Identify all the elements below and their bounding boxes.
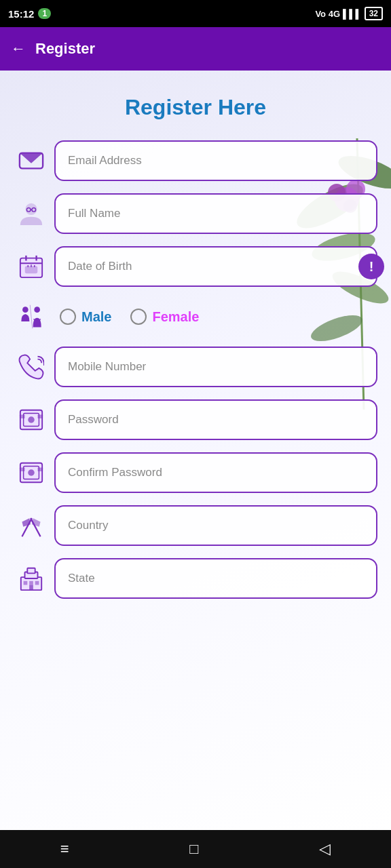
nav-back-icon[interactable]: ◁ xyxy=(319,840,331,858)
form-container: ! xyxy=(0,140,391,599)
signal-bars: ▌▌▌ xyxy=(343,9,362,19)
mobile-input[interactable] xyxy=(54,347,377,387)
signal-badge: 1 xyxy=(38,8,51,19)
svg-point-24 xyxy=(22,307,29,313)
status-bar: 15:12 1 Vo 4G ▌▌▌ 32 xyxy=(0,0,391,27)
battery-indicator: 32 xyxy=(365,7,383,20)
country-row xyxy=(14,505,377,546)
svg-line-27 xyxy=(30,305,32,329)
svg-rect-46 xyxy=(29,581,33,585)
svg-point-35 xyxy=(28,469,35,476)
gender-icon xyxy=(14,299,49,334)
svg-rect-36 xyxy=(20,467,25,471)
network-indicator: Vo 4G xyxy=(315,9,340,19)
svg-point-12 xyxy=(26,204,36,214)
nav-bar: ≡ □ ◁ xyxy=(0,830,391,868)
gender-male-option[interactable]: Male xyxy=(60,309,111,325)
confirm-password-input[interactable] xyxy=(54,452,377,493)
alert-badge: ! xyxy=(358,254,384,279)
nav-menu-icon[interactable]: ≡ xyxy=(60,840,69,858)
female-radio[interactable] xyxy=(130,309,147,325)
dob-input[interactable] xyxy=(54,246,377,287)
svg-point-26 xyxy=(34,307,40,313)
svg-rect-32 xyxy=(38,414,43,418)
svg-rect-47 xyxy=(35,581,39,585)
svg-rect-31 xyxy=(20,414,25,418)
email-icon xyxy=(14,143,49,178)
gender-female-option[interactable]: Female xyxy=(130,309,199,325)
svg-rect-48 xyxy=(29,585,33,591)
fullname-row xyxy=(14,193,377,234)
state-input[interactable] xyxy=(54,558,377,599)
gender-row: Male Female xyxy=(14,299,377,334)
svg-rect-25 xyxy=(24,315,26,321)
back-button[interactable]: ← xyxy=(11,40,26,58)
email-input[interactable] xyxy=(54,140,377,181)
building-icon xyxy=(14,561,49,596)
state-row xyxy=(14,558,377,599)
phone-icon xyxy=(14,349,49,384)
status-time: 15:12 xyxy=(8,8,34,20)
svg-rect-37 xyxy=(38,467,43,471)
nav-home-icon[interactable]: □ xyxy=(189,840,198,858)
svg-marker-11 xyxy=(20,153,43,163)
status-left: 15:12 1 xyxy=(8,8,51,20)
status-right: Vo 4G ▌▌▌ 32 xyxy=(315,7,383,20)
gender-options: Male Female xyxy=(60,309,199,325)
svg-marker-41 xyxy=(32,518,41,527)
password-icon xyxy=(14,402,49,437)
svg-rect-45 xyxy=(24,581,28,585)
calendar-icon xyxy=(14,249,49,284)
password-row xyxy=(14,399,377,440)
page-title: Register Here xyxy=(0,71,391,140)
male-label: Male xyxy=(81,309,111,325)
svg-rect-20 xyxy=(25,267,37,273)
female-label: Female xyxy=(152,309,199,325)
svg-rect-44 xyxy=(27,568,35,574)
header: ← Register xyxy=(0,27,391,71)
fullname-input[interactable] xyxy=(54,193,377,234)
mobile-row xyxy=(14,347,377,387)
svg-point-30 xyxy=(28,416,35,423)
male-radio[interactable] xyxy=(60,309,76,325)
dob-row: ! xyxy=(14,246,377,287)
password-input[interactable] xyxy=(54,399,377,440)
svg-marker-40 xyxy=(22,518,31,527)
confirm-password-icon xyxy=(14,455,49,490)
country-input[interactable] xyxy=(54,505,377,546)
flag-icon xyxy=(14,508,49,543)
header-title: Register xyxy=(35,40,95,58)
main-content: Register Here xyxy=(0,71,391,830)
person-icon xyxy=(14,196,49,231)
confirm-password-row xyxy=(14,452,377,493)
email-row xyxy=(14,140,377,181)
